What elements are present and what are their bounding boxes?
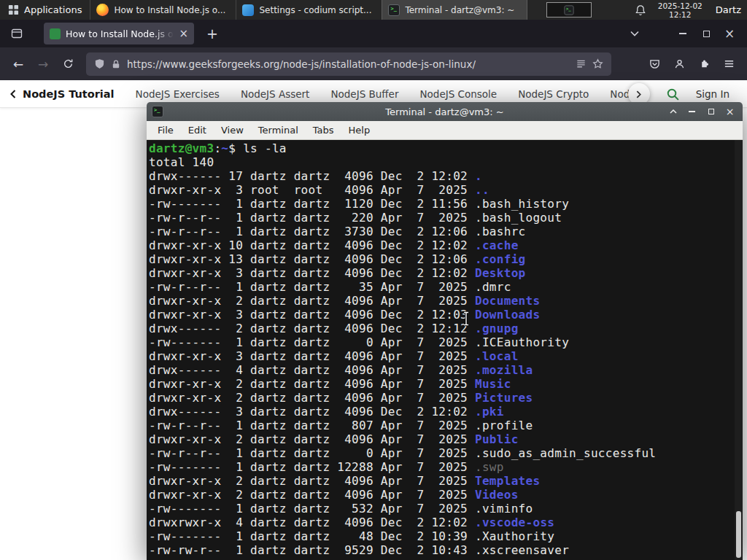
url-text[interactable]: https://www.geeksforgeeks.org/node-js/in… — [127, 58, 570, 70]
task-label: How to Install Node.js o... — [114, 5, 225, 15]
hamburger-menu-icon — [724, 58, 735, 69]
window-maximize-button[interactable] — [694, 24, 718, 43]
active-tab[interactable]: How to Install Node.js on × — [44, 23, 194, 44]
terminal-window-controls: × — [665, 105, 738, 119]
window-maximize-button[interactable] — [703, 105, 719, 119]
nav-item-buffer[interactable]: NodeJS Buffer — [330, 88, 398, 100]
applications-icon — [8, 4, 19, 15]
terminal-scrollbar[interactable] — [735, 140, 743, 560]
nav-item-nodejs-tutorial[interactable]: NodeJS Tutorial — [23, 88, 115, 100]
menu-tabs[interactable]: Tabs — [306, 122, 341, 138]
clock-time: 12:12 — [658, 10, 703, 19]
navigation-toolbar: ← → https://www.geeksforgeeks.org/node-j… — [0, 47, 747, 80]
taskbar-button-terminal[interactable]: >_ Terminal - dartz@vm3: ~ — [382, 0, 527, 20]
panel-clock[interactable]: 2025-12-02 12:12 — [658, 1, 703, 19]
menu-help[interactable]: Help — [342, 122, 377, 138]
minimize-icon — [689, 111, 695, 112]
terminal-mini-icon: >_ — [565, 5, 574, 15]
terminal-output[interactable]: dartz@vm3:~$ ls -latotal 140drwx------ 1… — [147, 140, 743, 560]
task-label: Settings - codium script... — [259, 5, 371, 15]
tab-strip: How to Install Node.js on × + × — [0, 20, 747, 47]
top-panel: Applications How to Install Node.js o...… — [0, 0, 747, 20]
list-all-tabs-icon[interactable] — [623, 24, 646, 43]
panel-user-label: Dartz — [716, 4, 741, 15]
lock-icon[interactable] — [111, 59, 121, 69]
menu-edit[interactable]: Edit — [182, 122, 213, 138]
firefox-view-button[interactable] — [6, 23, 28, 44]
codium-icon — [242, 4, 254, 16]
menu-terminal[interactable]: Terminal — [252, 122, 305, 138]
chevron-right-icon — [636, 90, 641, 98]
tab-close-icon[interactable]: × — [179, 28, 188, 39]
taskbar-button-firefox[interactable]: How to Install Node.js o... — [90, 0, 236, 20]
tab-title: How to Install Node.js on — [66, 28, 174, 39]
maximize-icon — [703, 31, 710, 37]
site-search-icon[interactable] — [666, 88, 680, 101]
menu-view[interactable]: View — [214, 122, 250, 138]
nav-item-assert[interactable]: NodeJS Assert — [241, 88, 310, 100]
workspace-switcher[interactable]: >_ — [546, 2, 592, 18]
nav-item-crypto[interactable]: NodeJS Crypto — [518, 88, 589, 100]
account-button[interactable] — [667, 52, 692, 76]
pocket-icon — [649, 58, 660, 69]
scrollbar-thumb[interactable] — [736, 511, 741, 558]
terminal-title: Terminal - dartz@vm3: ~ — [147, 106, 743, 117]
pocket-button[interactable] — [642, 52, 667, 76]
window-minimize-button[interactable] — [684, 105, 700, 119]
reload-button[interactable] — [55, 52, 80, 76]
forward-button[interactable]: → — [31, 52, 55, 76]
account-icon — [674, 58, 685, 69]
minimize-icon — [679, 33, 686, 34]
chevron-up-icon — [670, 109, 677, 114]
menu-button[interactable] — [716, 52, 741, 76]
gfg-favicon — [50, 28, 61, 39]
extensions-button[interactable] — [692, 52, 716, 76]
reload-icon — [63, 58, 74, 69]
clock-date: 2025-12-02 — [658, 1, 703, 10]
extensions-puzzle-icon — [699, 58, 710, 69]
desktop-screen: Applications How to Install Node.js o...… — [0, 0, 747, 560]
mouse-cursor — [461, 311, 471, 330]
reader-mode-icon[interactable] — [576, 58, 587, 69]
terminal-titlebar[interactable]: >_ Terminal - dartz@vm3: ~ × — [147, 102, 743, 121]
terminal-menubar: File Edit View Terminal Tabs Help — [147, 121, 743, 140]
back-button[interactable]: ← — [6, 52, 31, 76]
taskbar-button-codium[interactable]: Settings - codium script... — [236, 0, 382, 20]
url-bar[interactable]: https://www.geeksforgeeks.org/node-js/in… — [86, 52, 611, 76]
bookmark-star-icon[interactable] — [592, 58, 603, 69]
new-tab-button[interactable]: + — [201, 23, 223, 44]
window-minimize-button[interactable] — [671, 24, 694, 43]
nav-item-console[interactable]: NodeJS Console — [419, 88, 497, 100]
sign-in-button[interactable]: Sign In — [696, 88, 729, 100]
applications-label: Applications — [24, 4, 82, 15]
window-close-button[interactable]: × — [722, 105, 738, 119]
window-shade-button[interactable] — [665, 105, 681, 119]
task-label: Terminal - dartz@vm3: ~ — [405, 5, 514, 15]
menu-file[interactable]: File — [151, 122, 180, 138]
firefox-view-icon — [11, 28, 23, 39]
nav-scroll-left-icon[interactable] — [10, 90, 16, 98]
window-close-button[interactable]: × — [718, 24, 741, 43]
firefox-icon — [96, 4, 109, 16]
terminal-window: >_ Terminal - dartz@vm3: ~ × File Edit V… — [147, 102, 743, 560]
notification-bell-icon[interactable] — [635, 4, 646, 16]
applications-menu-button[interactable]: Applications — [0, 0, 90, 20]
tracking-shield-icon[interactable] — [94, 58, 105, 69]
window-controls: × — [623, 24, 741, 43]
terminal-icon: >_ — [388, 4, 400, 16]
nav-item-exercises[interactable]: NodeJS Exercises — [136, 88, 220, 100]
maximize-icon — [708, 109, 714, 114]
